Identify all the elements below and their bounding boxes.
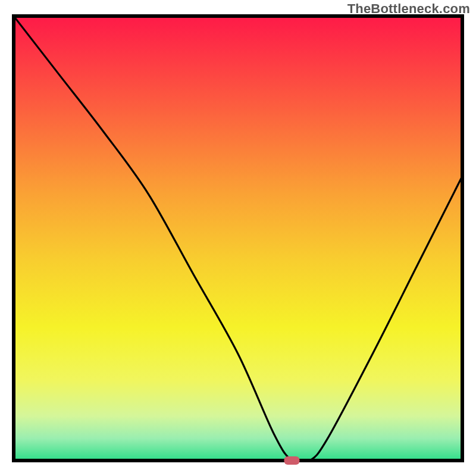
optimal-marker: [284, 456, 299, 465]
plot-background-gradient: [14, 16, 462, 461]
chart-frame: TheBottleneck.com: [0, 0, 476, 476]
bottleneck-chart: [0, 0, 476, 476]
